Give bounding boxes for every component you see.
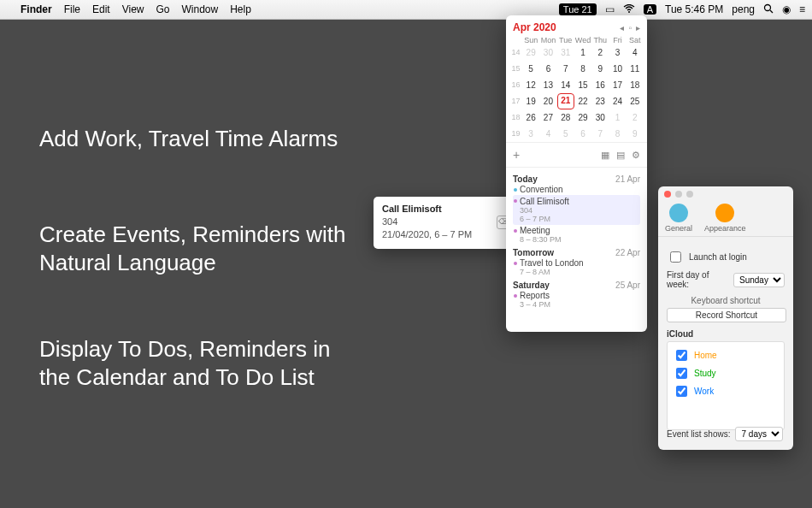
quick-add-popover: Call Elimisoft 304 21/04/2020, 6 – 7 PM … <box>374 197 517 249</box>
agenda-event[interactable]: Call Elimisoft3046 – 7 PM <box>513 195 640 225</box>
calendar-day[interactable]: 12 <box>522 77 539 93</box>
menu-edit[interactable]: Edit <box>92 3 110 15</box>
siri-icon[interactable]: ◉ <box>782 3 791 15</box>
calendar-day[interactable]: 30 <box>539 44 556 61</box>
calendar-checkbox[interactable] <box>676 386 687 397</box>
tab-appearance[interactable]: Appearance <box>704 204 746 233</box>
menu-go[interactable]: Go <box>156 3 170 15</box>
week-number: 16 <box>509 77 522 93</box>
calendar-day[interactable]: 31 <box>557 44 574 61</box>
calendar-checkbox[interactable] <box>676 368 687 379</box>
calendar-grid: 1429303112341556789101116121314151617181… <box>506 44 647 142</box>
calendar-day[interactable]: 11 <box>627 61 644 77</box>
calendar-day[interactable]: 18 <box>627 77 644 93</box>
close-window-button[interactable] <box>664 191 671 198</box>
agenda-event[interactable]: Reports3 – 4 PM <box>513 290 640 310</box>
traffic-lights <box>658 186 793 202</box>
calendar-day[interactable]: 4 <box>627 44 644 61</box>
input-source-icon[interactable]: A <box>644 4 656 15</box>
view-calendar-icon[interactable]: ▤ <box>616 150 625 161</box>
minimize-window-button[interactable] <box>675 191 682 198</box>
svg-point-0 <box>628 11 630 13</box>
shortcut-section-label: Keyboard shortcut <box>667 296 785 305</box>
next-month-button[interactable]: ▸ <box>636 23 640 32</box>
calendar-day[interactable]: 19 <box>522 93 539 109</box>
calendar-day[interactable]: 20 <box>539 93 556 109</box>
calendar-day[interactable]: 9 <box>627 126 644 142</box>
calendar-checkbox[interactable] <box>676 350 687 361</box>
notifications-icon[interactable]: ≡ <box>799 3 805 15</box>
view-grid-icon[interactable]: ▦ <box>601 150 609 161</box>
calendar-day[interactable]: 5 <box>557 126 574 142</box>
agenda-event[interactable]: Meeting8 – 8:30 PM <box>513 225 640 245</box>
calendar-day[interactable]: 30 <box>591 109 609 126</box>
calendar-day[interactable]: 17 <box>609 77 626 93</box>
calendar-day[interactable]: 24 <box>609 93 626 109</box>
wifi-icon[interactable] <box>623 3 635 15</box>
calendar-day[interactable]: 4 <box>539 126 556 142</box>
calendar-day[interactable]: 25 <box>627 93 644 109</box>
calendar-day[interactable]: 3 <box>522 126 539 142</box>
agenda-event[interactable]: Convention <box>513 184 640 195</box>
preferences-window: General Appearance Launch at login First… <box>658 186 793 450</box>
airplay-icon[interactable]: ▭ <box>605 3 615 15</box>
menu-file[interactable]: File <box>64 3 80 15</box>
agenda-event[interactable]: Travel to London7 – 8 AM <box>513 257 640 277</box>
calendar-day[interactable]: 29 <box>522 44 539 61</box>
prev-month-button[interactable]: ◂ <box>620 23 624 32</box>
calendar-name: Study <box>694 369 716 378</box>
appearance-icon <box>715 204 734 222</box>
calendar-day[interactable]: 15 <box>574 77 591 93</box>
calendar-day[interactable]: 7 <box>557 61 574 77</box>
calendar-day[interactable]: 27 <box>539 109 556 126</box>
launch-at-login-checkbox[interactable] <box>670 251 681 263</box>
calendar-month-label[interactable]: Apr 2020 <box>513 21 556 33</box>
wday: Sun <box>522 36 539 44</box>
app-name[interactable]: Finder <box>21 3 52 15</box>
calendar-day[interactable]: 1 <box>574 44 591 61</box>
menubar-user[interactable]: peng <box>732 3 755 15</box>
preferences-icon[interactable]: ⚙ <box>632 150 640 161</box>
week-number: 18 <box>509 109 522 126</box>
event-list-label: Event list shows: <box>667 429 730 439</box>
spotlight-icon[interactable] <box>763 3 774 16</box>
calendar-day[interactable]: 3 <box>609 44 626 61</box>
calendar-day[interactable]: 10 <box>609 61 626 77</box>
calendar-day[interactable]: 16 <box>591 77 609 93</box>
calendar-day[interactable]: 2 <box>591 44 609 61</box>
menubar-date-badge[interactable]: Tue 21 <box>559 3 597 15</box>
calendar-day[interactable]: 6 <box>574 126 591 142</box>
calendar-day[interactable]: 7 <box>591 126 609 142</box>
menubar-clock[interactable]: Tue 5:46 PM <box>665 3 723 15</box>
calendar-day[interactable]: 21 <box>557 93 574 109</box>
menu-view[interactable]: View <box>122 3 144 15</box>
calendar-list: HomeStudyWork <box>667 341 785 430</box>
calendar-day[interactable]: 9 <box>591 61 609 77</box>
calendar-day[interactable]: 2 <box>627 109 644 126</box>
calendar-day[interactable]: 26 <box>522 109 539 126</box>
wday: Thu <box>591 36 609 44</box>
calendar-day[interactable]: 8 <box>574 61 591 77</box>
add-event-button[interactable]: + <box>513 148 520 162</box>
menu-help[interactable]: Help <box>230 3 251 15</box>
event-list-select[interactable]: 7 days <box>735 427 783 441</box>
tab-general[interactable]: General <box>665 204 692 233</box>
calendar-day[interactable]: 23 <box>591 93 609 109</box>
headline-3: Display To Dos, Reminders in the Calenda… <box>39 335 364 391</box>
calendar-day[interactable]: 13 <box>539 77 556 93</box>
calendar-day[interactable]: 22 <box>574 93 591 109</box>
menu-window[interactable]: Window <box>182 3 219 15</box>
calendar-day[interactable]: 29 <box>574 109 591 126</box>
agenda-day-label: Saturday <box>513 281 550 290</box>
calendar-day[interactable]: 5 <box>522 61 539 77</box>
calendar-name: Work <box>694 387 714 396</box>
today-button[interactable]: ▫ <box>628 23 632 32</box>
calendar-day[interactable]: 8 <box>609 126 626 142</box>
first-day-select[interactable]: Sunday <box>733 273 785 287</box>
calendar-day[interactable]: 14 <box>557 77 574 93</box>
zoom-window-button[interactable] <box>686 191 693 198</box>
calendar-day[interactable]: 1 <box>609 109 626 126</box>
calendar-day[interactable]: 6 <box>539 61 556 77</box>
record-shortcut-button[interactable]: Record Shortcut <box>667 308 786 322</box>
calendar-day[interactable]: 28 <box>557 109 574 126</box>
